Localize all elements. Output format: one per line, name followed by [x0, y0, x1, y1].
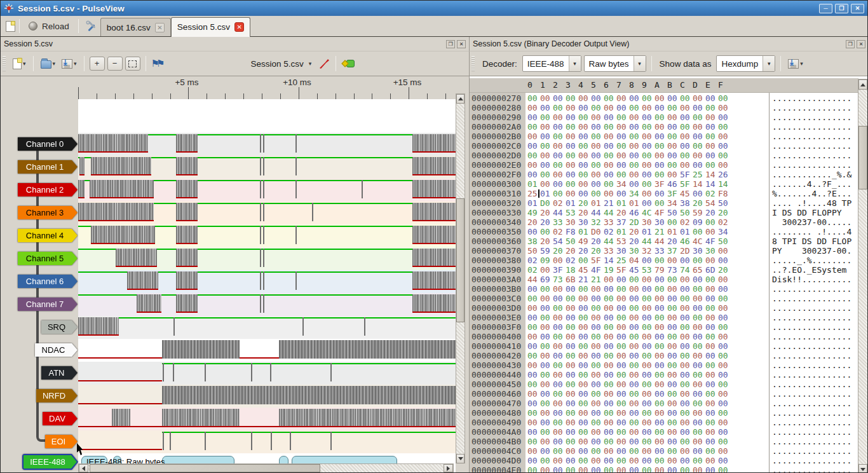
trace-vertical-scrollbar[interactable] [456, 93, 465, 463]
channel-tag-channel-6[interactable]: Channel 6 [18, 275, 78, 288]
trace-row-eoi[interactable] [78, 430, 456, 453]
minimize-button[interactable]: ─ [819, 4, 832, 13]
channel-tag-ndac[interactable]: NDAC [35, 343, 78, 357]
channel-tag-channel-1[interactable]: Channel 1 [18, 160, 78, 174]
right-dock-header[interactable]: Session 5.csv (Binary Decoder Output Vie… [469, 37, 868, 51]
decoder-select[interactable]: IEEE-488 ▾ [522, 55, 581, 72]
hex-byte: 21 [591, 275, 601, 284]
hex-byte: 00 [629, 389, 639, 399]
channel-tag-nrfd[interactable]: NRFD [36, 389, 78, 402]
channel-tag-channel-5[interactable]: Channel 5 [18, 252, 78, 265]
scroll-down-button[interactable] [858, 464, 867, 473]
settings-tools-icon[interactable] [85, 20, 98, 32]
open-file-button[interactable]: ▾ [39, 57, 58, 70]
hex-byte: 00 [578, 103, 588, 113]
trace-row-nrfd[interactable] [78, 385, 456, 408]
scrollbar-thumb[interactable] [858, 126, 867, 189]
tab-session-5[interactable]: Session 5.csv ✕ [171, 17, 250, 37]
channel-tag-srq[interactable]: SRQ [41, 320, 78, 334]
scrollbar-thumb[interactable] [456, 198, 465, 322]
scrollbar-thumb[interactable] [90, 464, 320, 472]
hex-byte: 00 [654, 313, 665, 322]
hex-byte: 00 [616, 170, 627, 179]
scroll-left-button[interactable] [79, 464, 88, 472]
trace-row-channel-0[interactable] [78, 133, 456, 156]
channel-tag-channel-0[interactable]: Channel 0 [18, 137, 78, 151]
hex-row: 00000002F00000000000000000000000005F2514… [470, 170, 858, 179]
title-bar[interactable]: Session 5.csv - PulseView ─ ❐ ✕ [1, 1, 867, 16]
output-format-select[interactable]: Raw bytes ▾ [584, 55, 646, 72]
markers-icon[interactable]: ⚑⚑ [151, 58, 166, 69]
channel-tag-atn[interactable]: ATN [41, 366, 78, 380]
trace-horizontal-scrollbar[interactable] [78, 463, 454, 473]
channel-tag-channel-4[interactable]: Channel 4 [18, 229, 78, 242]
trace-row-channel-6[interactable] [78, 270, 456, 293]
tab-close-icon[interactable]: ✕ [234, 22, 244, 32]
zoom-out-button[interactable]: − [107, 57, 123, 71]
hex-byte: 20 [553, 246, 563, 256]
trace-row-channel-4[interactable] [78, 224, 456, 247]
hex-byte: 00 [642, 370, 652, 380]
trace-row-channel-2[interactable] [78, 179, 456, 202]
hex-vertical-scrollbar[interactable] [858, 79, 868, 473]
tab-boot-16[interactable]: boot 16.csv ✕ [100, 18, 171, 36]
trace-row-channel-5[interactable] [78, 247, 456, 270]
trace-row-channel-1[interactable] [78, 156, 456, 179]
trace-row-srq[interactable] [78, 316, 456, 339]
trace-row-dav[interactable] [78, 408, 456, 430]
hex-byte: 00 [540, 332, 550, 341]
save-output-button[interactable]: ▾ [786, 58, 805, 70]
channel-tag-channel-2[interactable]: Channel 2 [18, 183, 78, 196]
hex-byte: 00 [705, 113, 715, 122]
channel-tag-eoi[interactable]: EOI [45, 435, 78, 448]
main-toolbar: Reload boot 16.csv ✕ Session 5.csv ✕ [1, 16, 867, 37]
new-file-button[interactable]: ▾ [11, 57, 28, 71]
left-dock-header[interactable]: Session 5.csv ❐ ✕ [1, 37, 469, 51]
close-panel-icon[interactable]: ✕ [457, 40, 466, 48]
hex-byte: 00 [553, 465, 563, 473]
zoom-fit-button[interactable] [125, 57, 140, 71]
probe-icon[interactable] [318, 57, 330, 70]
hex-byte: 00 [705, 456, 715, 465]
session-select[interactable]: Session 5.csv ▾ [247, 58, 316, 70]
hex-byte: 00 [680, 313, 690, 322]
hex-byte: 00 [680, 93, 690, 103]
toolbar-grip[interactable] [3, 56, 6, 71]
trace-low-line [78, 357, 162, 359]
new-session-icon[interactable] [6, 21, 15, 32]
channel-tag-dav[interactable]: DAV [43, 412, 78, 425]
hex-byte: 00 [693, 132, 703, 141]
toolbar-grip[interactable] [471, 56, 475, 71]
hex-row: 00000003A04469736B2121000000000000000000… [470, 275, 858, 284]
scroll-right-button[interactable] [444, 464, 453, 472]
hexdump-view[interactable]: 0123456789ABCDEF 00000002700000000000000… [469, 76, 868, 473]
scroll-up-button[interactable] [456, 94, 465, 104]
trace-row-channel-7[interactable] [78, 293, 456, 316]
trace-row-ndac[interactable] [78, 339, 456, 362]
hex-address: 0000000480 [471, 408, 521, 418]
scroll-up-button[interactable] [858, 79, 867, 90]
reload-button[interactable]: Reload [24, 20, 74, 33]
channel-tag-channel-3[interactable]: Channel 3 [18, 206, 78, 219]
decoder-tag-ieee-488[interactable]: IEEE-488 [22, 454, 78, 470]
trace-low-line [78, 403, 162, 404]
channel-tag-channel-7[interactable]: Channel 7 [18, 298, 78, 311]
time-ruler[interactable]: +5 ms+10 ms+15 ms [78, 76, 456, 99]
hex-byte: 00 [553, 332, 563, 341]
save-icon [788, 59, 799, 69]
tab-close-icon[interactable]: ✕ [155, 23, 165, 32]
zoom-in-button[interactable]: + [90, 57, 105, 71]
save-button[interactable]: ▾ [60, 58, 79, 70]
show-data-as-select[interactable]: Hexdump ▾ [716, 55, 775, 72]
close-button[interactable]: ✕ [851, 4, 864, 13]
trace-row-atn[interactable] [78, 362, 456, 385]
float-panel-icon[interactable]: ❐ [446, 40, 455, 48]
hex-byte: 00 [642, 160, 652, 170]
scroll-down-button[interactable] [456, 454, 465, 463]
close-panel-icon[interactable]: ✕ [857, 40, 865, 48]
add-decoder-button[interactable] [342, 60, 355, 67]
maximize-button[interactable]: ❐ [835, 4, 848, 13]
hex-byte: 00 [553, 446, 563, 456]
float-panel-icon[interactable]: ❐ [846, 40, 855, 48]
trace-row-channel-3[interactable] [78, 202, 456, 224]
